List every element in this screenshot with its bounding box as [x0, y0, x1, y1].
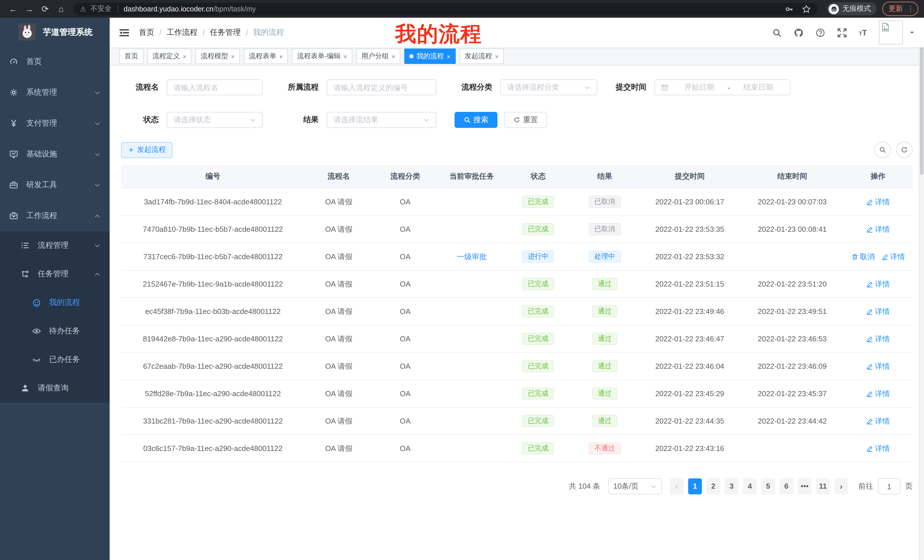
- page-button-4[interactable]: 4: [743, 478, 757, 494]
- browser-forward-button[interactable]: →: [22, 1, 36, 16]
- page-button-3[interactable]: 3: [725, 478, 738, 494]
- search-button[interactable]: 搜索: [454, 112, 497, 128]
- cell-category: OA: [373, 298, 438, 325]
- font-size-icon[interactable]: TT: [859, 28, 867, 36]
- sidebar-item-workflow[interactable]: 工作流程: [0, 201, 110, 231]
- detail-link[interactable]: 详情: [866, 224, 890, 234]
- sidebar-item-process-management[interactable]: 流程管理: [0, 231, 110, 260]
- cell-result: 不通过: [570, 435, 639, 462]
- sidebar-item-task-management[interactable]: 任务管理: [0, 260, 110, 288]
- fullscreen-icon[interactable]: [837, 28, 847, 37]
- cell-category: OA: [373, 435, 438, 462]
- page-button-1[interactable]: 1: [688, 478, 702, 494]
- toolbox-icon: [9, 180, 18, 190]
- cell-category: OA: [373, 188, 438, 216]
- page-button-2[interactable]: 2: [706, 478, 720, 494]
- address-bar[interactable]: ⚠ 不安全 dashboard.yudao.iocoder.cn/bpm/tas…: [73, 3, 818, 15]
- browser-back-button[interactable]: ←: [6, 1, 21, 16]
- sidebar-item-home[interactable]: 首页: [0, 46, 110, 77]
- process-name-input[interactable]: [167, 79, 263, 95]
- gear-icon: [9, 88, 18, 97]
- detail-link[interactable]: 详情: [866, 279, 890, 289]
- tab-process-form-edit[interactable]: 流程表单-编辑×: [292, 48, 352, 64]
- show-search-button[interactable]: [874, 142, 891, 158]
- sidebar-item-todo-tasks[interactable]: 待办任务: [0, 317, 110, 345]
- submit-time-range-picker[interactable]: 开始日期 - 结束日期: [654, 79, 790, 95]
- sidebar-item-payment[interactable]: 支付管理: [0, 108, 110, 139]
- close-icon[interactable]: ×: [495, 53, 498, 60]
- browser-home-button[interactable]: ⌂: [54, 1, 69, 16]
- process-definition-input[interactable]: [327, 79, 436, 95]
- filter-process-definition: 所属流程: [281, 79, 436, 95]
- close-icon[interactable]: ×: [231, 53, 235, 60]
- page-button-11[interactable]: 11: [816, 478, 830, 494]
- close-icon[interactable]: ×: [279, 53, 283, 60]
- process-table: 编号流程名流程分类当前审批任务状态结果提交时间结束时间操作 3ad174fb-7…: [121, 165, 913, 463]
- cell-end-time: 2022-01-22 23:44:42: [741, 407, 843, 435]
- sidebar-item-done-tasks[interactable]: 已办任务: [0, 345, 110, 374]
- cell-actions: 详情: [844, 298, 913, 325]
- tab-user-group[interactable]: 用户分组×: [356, 48, 400, 64]
- current-task-link[interactable]: 一级审批: [457, 252, 486, 261]
- cell-end-time: 2022-01-22 23:45:37: [741, 380, 843, 407]
- sidebar-item-my-process[interactable]: 我的流程: [0, 288, 110, 317]
- cancel-link[interactable]: 取消: [851, 252, 874, 262]
- tab-start-process[interactable]: 发起流程×: [459, 48, 504, 64]
- prev-page-button[interactable]: ‹: [670, 478, 684, 494]
- breadcrumb-item[interactable]: 工作流程: [167, 27, 198, 38]
- key-icon[interactable]: [784, 4, 794, 13]
- process-category-select[interactable]: 请选择流程分类: [500, 79, 597, 95]
- detail-link[interactable]: 详情: [866, 388, 890, 399]
- sidebar-item-dev-tools[interactable]: 研发工具: [0, 169, 110, 201]
- close-icon[interactable]: ×: [183, 53, 186, 60]
- page-size-select[interactable]: 10条/页: [608, 478, 662, 494]
- page-button-5[interactable]: 5: [761, 478, 775, 494]
- browser-reload-button[interactable]: ⟳: [38, 1, 52, 16]
- chevron-down-icon[interactable]: [909, 30, 915, 35]
- sidebar-item-infrastructure[interactable]: 基础设施: [0, 139, 110, 169]
- reset-button[interactable]: 重置: [504, 112, 547, 128]
- close-icon[interactable]: ×: [447, 53, 450, 60]
- help-icon[interactable]: [816, 28, 825, 37]
- github-icon[interactable]: [794, 28, 804, 37]
- close-icon[interactable]: ×: [392, 53, 396, 60]
- detail-link[interactable]: 详情: [866, 197, 890, 207]
- detail-link[interactable]: 详情: [866, 416, 890, 426]
- tab-label: 流程表单-编辑: [297, 51, 340, 61]
- detail-link[interactable]: 详情: [866, 443, 890, 454]
- submit-time-label: 提交时间: [616, 82, 654, 93]
- tab-process-definition[interactable]: 流程定义×: [147, 48, 192, 64]
- tab-home[interactable]: 首页: [119, 48, 143, 64]
- detail-link[interactable]: 详情: [866, 306, 890, 316]
- close-icon[interactable]: ×: [344, 53, 347, 60]
- avatar[interactable]: [879, 21, 903, 45]
- breadcrumb-item[interactable]: 首页: [139, 27, 154, 38]
- next-page-button[interactable]: ›: [834, 478, 848, 494]
- result-select[interactable]: 请选择流结果: [327, 112, 436, 128]
- search-icon[interactable]: [772, 28, 782, 37]
- detail-link[interactable]: 详情: [882, 252, 905, 262]
- browser-update-button[interactable]: 更新 ⋮: [882, 2, 918, 16]
- start-process-button[interactable]: 发起流程: [121, 142, 172, 158]
- cell-category: OA: [373, 270, 438, 298]
- goto-page-input[interactable]: [878, 478, 901, 494]
- detail-link[interactable]: 详情: [866, 334, 890, 344]
- breadcrumb-item[interactable]: 任务管理: [210, 27, 241, 38]
- sidebar-item-label: 待办任务: [49, 326, 80, 336]
- refresh-table-button[interactable]: [896, 142, 913, 158]
- bookmark-star-icon[interactable]: [802, 4, 811, 13]
- page-button-6[interactable]: 6: [780, 478, 793, 494]
- cell-status: 已完成: [506, 380, 570, 407]
- sidebar-collapse-icon[interactable]: [119, 27, 130, 38]
- sidebar-item-leave-query[interactable]: 请假查询: [0, 374, 110, 403]
- browser-menu-icon[interactable]: ⋮: [907, 4, 914, 13]
- status-select[interactable]: 请选择状态: [167, 112, 263, 128]
- app-logo[interactable]: 芋道管理系统: [0, 18, 110, 46]
- tab-process-model[interactable]: 流程模型×: [196, 48, 240, 64]
- tab-my-process[interactable]: 我的流程×: [404, 48, 455, 64]
- goto-suffix: 页: [905, 481, 913, 491]
- more-pages-button[interactable]: •••: [798, 478, 812, 494]
- tab-process-form[interactable]: 流程表单×: [244, 48, 288, 64]
- detail-link[interactable]: 详情: [866, 361, 890, 371]
- sidebar-item-system[interactable]: 系统管理: [0, 77, 110, 108]
